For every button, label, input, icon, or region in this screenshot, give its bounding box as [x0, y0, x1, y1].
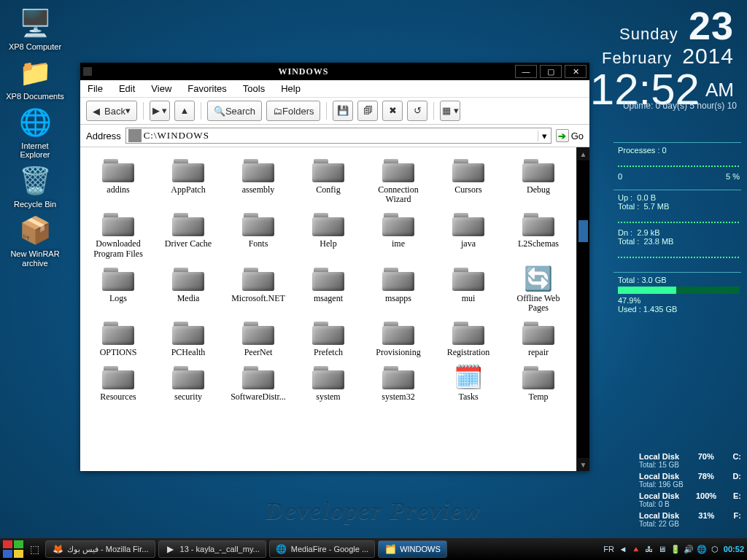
tray-icon[interactable]: ◄	[617, 543, 629, 555]
folder-item[interactable]: Registration	[435, 317, 502, 359]
folder-item[interactable]: AppPatch	[155, 155, 222, 206]
folder-label: Temp	[528, 392, 548, 402]
tray-icon[interactable]: 🌐	[696, 543, 708, 555]
minimize-button[interactable]: —	[515, 65, 537, 78]
explorer-window[interactable]: WINDOWS — ▢ ✕ FileEditViewFavoritesTools…	[80, 63, 589, 471]
folder-item[interactable]: Prefetch	[295, 317, 362, 359]
tray-clock[interactable]: 00:52	[724, 545, 744, 553]
maximize-button[interactable]: ▢	[540, 65, 562, 78]
desktop-icon[interactable]: 🌐Internet Explorer	[6, 105, 64, 159]
net-dn-label: Dn :	[618, 228, 632, 237]
views-button[interactable]: ▦ ▾	[440, 101, 460, 121]
tray-icon[interactable]: ⬡	[709, 543, 721, 555]
titlebar[interactable]: WINDOWS — ▢ ✕	[80, 63, 589, 80]
folder-item[interactable]: Temp	[505, 362, 572, 403]
menu-tools[interactable]: Tools	[243, 83, 265, 94]
tray-icon[interactable]: 🖧	[643, 543, 655, 555]
folder-item[interactable]: PCHealth	[155, 317, 222, 359]
scroll-up-button[interactable]: ▲	[577, 147, 589, 160]
folder-item[interactable]: Config	[295, 155, 362, 206]
search-button[interactable]: 🔍 Search	[207, 101, 262, 121]
scrollbar[interactable]: ▲ ▼	[576, 147, 589, 471]
folder-item[interactable]: java	[435, 209, 502, 260]
taskbar-task[interactable]: 🗂️WINDOWS	[378, 540, 447, 558]
folder-item[interactable]: ime	[365, 209, 432, 260]
quicklaunch-show-desktop[interactable]: ⬚	[26, 541, 42, 557]
folder-item[interactable]: SoftwareDistr...	[225, 362, 292, 403]
taskbar-task[interactable]: 🌐MediaFire - Google ...	[269, 540, 375, 558]
folder-item[interactable]: msapps	[365, 263, 432, 314]
folder-item[interactable]: security	[155, 362, 222, 403]
tray-icon[interactable]: 🔊	[683, 543, 694, 555]
desktop-icon[interactable]: 🖥️XP8 Computer	[6, 6, 64, 51]
folder-item[interactable]: Downloaded Program Files	[85, 209, 152, 260]
up-button[interactable]: ▲	[174, 101, 195, 121]
folder-item[interactable]: Help	[295, 209, 362, 260]
folder-item[interactable]: Logs	[85, 263, 152, 314]
scroll-down-button[interactable]: ▼	[577, 458, 589, 471]
desktop-icon-label: New WinRAR archive	[6, 249, 64, 267]
menu-file[interactable]: File	[88, 83, 103, 94]
menu-favorites[interactable]: Favorites	[187, 83, 226, 94]
undo-icon[interactable]: ↺	[407, 101, 427, 121]
folder-item[interactable]: system	[295, 362, 362, 403]
folder-item[interactable]: Driver Cache	[155, 209, 222, 260]
back-button[interactable]: ◀Back ▾	[86, 101, 137, 121]
folder-label: mui	[462, 294, 476, 303]
folder-label: Microsoft.NET	[231, 294, 285, 303]
folder-item[interactable]: 🗓️Tasks	[435, 362, 502, 403]
toolbar: ◀Back ▾ ▶ ▾ ▲ 🔍 Search 🗂 Folders 💾 🗐 ✖ ↺…	[80, 98, 589, 125]
desktop-icon[interactable]: 📦New WinRAR archive	[6, 213, 64, 267]
folder-content[interactable]: addinsAppPatchassemblyConfigConnection W…	[80, 147, 576, 471]
close-button[interactable]: ✕	[565, 65, 587, 78]
scroll-thumb[interactable]	[578, 220, 588, 242]
menu-view[interactable]: View	[151, 83, 171, 94]
folder-label: PeerNet	[244, 348, 273, 357]
go-arrow-icon: ➔	[556, 129, 569, 142]
folder-item[interactable]: repair	[505, 317, 572, 359]
address-input[interactable]	[144, 130, 538, 141]
desktop-icon[interactable]: 🗑️Recycle Bin	[6, 163, 64, 209]
folder-item[interactable]: system32	[365, 362, 432, 403]
folder-item[interactable]: Fonts	[225, 209, 292, 260]
folder-item[interactable]: Cursors	[435, 155, 502, 206]
menu-help[interactable]: Help	[281, 83, 301, 94]
folder-item[interactable]: assembly	[225, 155, 292, 206]
tray-icon[interactable]: 🔋	[670, 543, 681, 555]
folder-item[interactable]: Microsoft.NET	[225, 263, 292, 314]
folders-button[interactable]: 🗂 Folders	[266, 101, 320, 121]
window-title: WINDOWS	[92, 66, 515, 77]
folder-item[interactable]: addins	[85, 155, 152, 206]
taskbar-task[interactable]: 🦊فيس بوك - Mozilla Fir...	[45, 540, 155, 558]
tray-icon[interactable]: 🔺	[630, 543, 642, 555]
desktop-icon[interactable]: 📁XP8 Documents	[6, 55, 64, 101]
folder-item[interactable]: Connection Wizard	[365, 155, 432, 206]
taskbar-task[interactable]: ▶13 - kayla_-_call_my...	[158, 540, 266, 558]
delete-icon[interactable]: ✖	[382, 101, 403, 121]
folder-item[interactable]: 🔄Offline Web Pages	[505, 263, 572, 314]
go-button[interactable]: ➔Go	[556, 129, 584, 142]
start-button[interactable]	[3, 540, 23, 558]
folder-label: Tasks	[458, 392, 478, 402]
folder-item[interactable]: Provisioning	[365, 317, 432, 359]
address-input-wrapper[interactable]: ▾	[125, 128, 551, 144]
disk-monitor: Local Disk70%C:Total: 15 GBLocal Disk78%…	[639, 452, 741, 531]
folder-icon	[171, 156, 206, 184]
copy-icon[interactable]: 🗐	[357, 101, 378, 121]
save-icon[interactable]: 💾	[333, 101, 353, 121]
forward-button[interactable]: ▶ ▾	[150, 101, 170, 121]
folder-item[interactable]: Debug	[505, 155, 572, 206]
folder-item[interactable]: Resources	[85, 362, 152, 403]
folder-item[interactable]: msagent	[295, 263, 362, 314]
folder-item[interactable]: OPTIONS	[85, 317, 152, 359]
lang-indicator[interactable]: FR	[603, 545, 614, 553]
search-label: Search	[225, 106, 255, 117]
folder-item[interactable]: PeerNet	[225, 317, 292, 359]
folder-item[interactable]: mui	[435, 263, 502, 314]
address-dropdown[interactable]: ▾	[538, 131, 551, 141]
tray-icon[interactable]: 🖥	[657, 543, 668, 555]
folder-item[interactable]: Media	[155, 263, 222, 314]
menu-edit[interactable]: Edit	[119, 83, 135, 94]
folder-label: Media	[177, 294, 200, 303]
folder-item[interactable]: L2Schemas	[505, 209, 572, 260]
